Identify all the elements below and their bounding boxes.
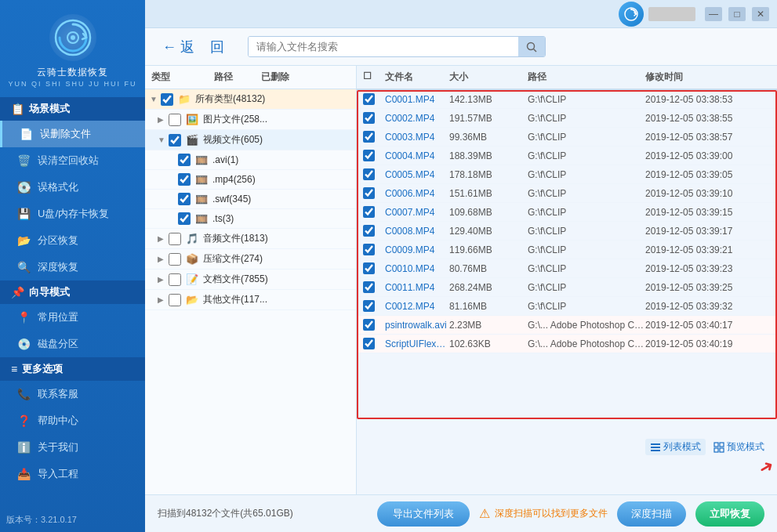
file-row[interactable]: C0006.MP4 151.61MB G:\f\CLIP 2019-12-05 … (357, 184, 777, 203)
tree-row[interactable]: ▶ 🖼️ 图片文件(258... (145, 110, 356, 130)
file-size: 99.36MB (449, 132, 528, 143)
format-icon: 💽 (16, 179, 31, 195)
row-checkbox[interactable] (363, 150, 375, 161)
file-size: 81.16MB (449, 301, 528, 312)
file-row[interactable]: ScriptUIFlexPhotoshop... 102.63KB G:\...… (357, 335, 777, 353)
tree-checkbox[interactable] (178, 154, 191, 166)
file-row[interactable]: C0004.MP4 188.39MB G:\f\CLIP 2019-12-05 … (357, 147, 777, 165)
row-checkbox[interactable] (363, 131, 375, 143)
file-name[interactable]: C0002.MP4 (385, 113, 449, 124)
sidebar-item-label: 误清空回收站 (38, 154, 99, 168)
sidebar-item-service[interactable]: 📞 联系客服 (0, 381, 145, 407)
tree-row[interactable]: 🎞️ .swf(345) (145, 190, 356, 209)
sidebar-item-deleted-files[interactable]: 📄 误删除文件 (0, 121, 145, 147)
row-checkbox[interactable] (363, 244, 375, 255)
tree-checkbox[interactable] (161, 93, 173, 106)
sidebar-item-partition[interactable]: 📂 分区恢复 (0, 227, 145, 254)
search-button[interactable] (518, 37, 545, 56)
file-row[interactable]: C0012.MP4 81.16MB G:\f\CLIP 2019-12-05 0… (357, 297, 777, 316)
tree-checkbox[interactable] (169, 134, 181, 147)
back-button[interactable]: ← 返 (158, 36, 199, 58)
file-name[interactable]: C0009.MP4 (385, 244, 449, 255)
row-checkbox[interactable] (363, 206, 375, 218)
row-checkbox[interactable] (363, 168, 375, 180)
row-checkbox[interactable] (363, 319, 375, 331)
sidebar-item-about[interactable]: ℹ️ 关于我们 (0, 434, 145, 461)
sidebar-item-help[interactable]: ❓ 帮助中心 (0, 407, 145, 434)
preview-view-button[interactable]: 预览模式 (709, 439, 769, 455)
deep-scan-button[interactable]: 深度扫描 (617, 501, 686, 527)
file-row[interactable]: C0005.MP4 178.18MB G:\f\CLIP 2019-12-05 … (357, 165, 777, 184)
file-name[interactable]: C0004.MP4 (385, 150, 449, 161)
file-name[interactable]: C0012.MP4 (385, 301, 449, 312)
sidebar-item-import[interactable]: 📥 导入工程 (0, 461, 145, 487)
tree-row[interactable]: 🎞️ .ts(3) (145, 209, 356, 229)
tree-checkbox[interactable] (169, 233, 181, 245)
sidebar-item-disk[interactable]: 💿 磁盘分区 (0, 331, 145, 357)
list-view-button[interactable]: 列表模式 (645, 439, 706, 455)
row-checkbox[interactable] (363, 262, 375, 274)
tree-row[interactable]: ▶ 📂 其他文件(117... (145, 290, 356, 310)
file-size: 268.24MB (449, 282, 528, 293)
file-row[interactable]: psintrowalk.avi 2.23MB G:\... Adobe Phot… (357, 316, 777, 335)
row-checkbox[interactable] (363, 112, 375, 124)
tree-checkbox[interactable] (178, 212, 191, 225)
row-checkbox[interactable] (363, 187, 375, 199)
tree-row[interactable]: ▶ 🎵 音频文件(1813) (145, 229, 356, 249)
file-row[interactable]: C0001.MP4 142.13MB G:\f\CLIP 2019-12-05 … (357, 90, 777, 109)
export-button[interactable]: 导出文件列表 (377, 501, 470, 527)
warning-icon: ⚠ (479, 506, 490, 521)
sidebar-item-format[interactable]: 💽 误格式化 (0, 174, 145, 201)
file-name[interactable]: C0003.MP4 (385, 132, 449, 143)
file-size: 191.57MB (449, 113, 528, 124)
file-row[interactable]: C0009.MP4 119.66MB G:\f\CLIP 2019-12-05 … (357, 241, 777, 259)
file-row[interactable]: C0002.MP4 191.57MB G:\f\CLIP 2019-12-05 … (357, 109, 777, 128)
tree-row[interactable]: 🎞️ .avi(1) (145, 150, 356, 170)
row-checkbox[interactable] (363, 225, 375, 237)
sidebar-item-common-location[interactable]: 📍 常用位置 (0, 304, 145, 331)
tree-checkbox[interactable] (169, 273, 181, 286)
forward-button[interactable]: 回 (205, 36, 229, 58)
file-row[interactable]: C0010.MP4 80.76MB G:\f\CLIP 2019-12-05 0… (357, 259, 777, 278)
file-name[interactable]: psintrowalk.avi (385, 320, 449, 331)
file-row[interactable]: C0007.MP4 109.68MB G:\f\CLIP 2019-12-05 … (357, 203, 777, 222)
tree-row[interactable]: ▶ 📝 文档文件(7855) (145, 270, 356, 290)
file-row[interactable]: C0003.MP4 99.36MB G:\f\CLIP 2019-12-05 0… (357, 128, 777, 147)
tree-checkbox[interactable] (169, 253, 181, 266)
tree-col-type: 类型 (151, 71, 214, 84)
sidebar-item-label: 帮助中心 (38, 414, 78, 428)
file-name[interactable]: C0007.MP4 (385, 207, 449, 218)
close-button[interactable]: ✕ (752, 7, 769, 21)
tree-checkbox[interactable] (178, 173, 191, 186)
tree-checkbox[interactable] (178, 193, 191, 205)
avi-icon: 🎞️ (194, 154, 209, 166)
sidebar-item-usb[interactable]: 💾 U盘/内存卡恢复 (0, 201, 145, 227)
file-row[interactable]: C0011.MP4 268.24MB G:\f\CLIP 2019-12-05 … (357, 278, 777, 297)
tree-row[interactable]: 🎞️ .mp4(256) (145, 170, 356, 190)
file-name[interactable]: C0001.MP4 (385, 94, 449, 105)
maximize-button[interactable]: □ (728, 7, 746, 21)
file-name[interactable]: C0010.MP4 (385, 263, 449, 274)
tree-checkbox[interactable] (169, 114, 181, 126)
file-name[interactable]: C0008.MP4 (385, 226, 449, 237)
file-name[interactable]: C0005.MP4 (385, 169, 449, 180)
file-name[interactable]: ScriptUIFlexPhotoshop... (385, 338, 449, 349)
image-icon: 🖼️ (184, 114, 200, 126)
tree-row[interactable]: ▼ 🎬 视频文件(605) (145, 130, 356, 150)
tree-checkbox[interactable] (169, 294, 181, 306)
tree-row[interactable]: ▶ 📦 压缩文件(274) (145, 249, 356, 270)
row-checkbox[interactable] (363, 93, 375, 105)
file-name[interactable]: C0006.MP4 (385, 188, 449, 199)
minimize-button[interactable]: — (705, 7, 722, 21)
row-checkbox[interactable] (363, 281, 375, 293)
recover-button[interactable]: 立即恢复 (695, 501, 764, 527)
search-input[interactable] (249, 37, 518, 56)
tree-row[interactable]: ▼ 📁 所有类型(48132) (145, 89, 356, 110)
row-checkbox[interactable] (363, 300, 375, 312)
sidebar-item-deep-recovery[interactable]: 🔍 深度恢复 (0, 254, 145, 280)
file-row[interactable]: C0008.MP4 129.40MB G:\f\CLIP 2019-12-05 … (357, 222, 777, 241)
file-name[interactable]: C0011.MP4 (385, 282, 449, 293)
update-icon[interactable] (619, 2, 644, 27)
sidebar-item-recycle-bin[interactable]: 🗑️ 误清空回收站 (0, 147, 145, 174)
row-checkbox[interactable] (363, 338, 375, 349)
